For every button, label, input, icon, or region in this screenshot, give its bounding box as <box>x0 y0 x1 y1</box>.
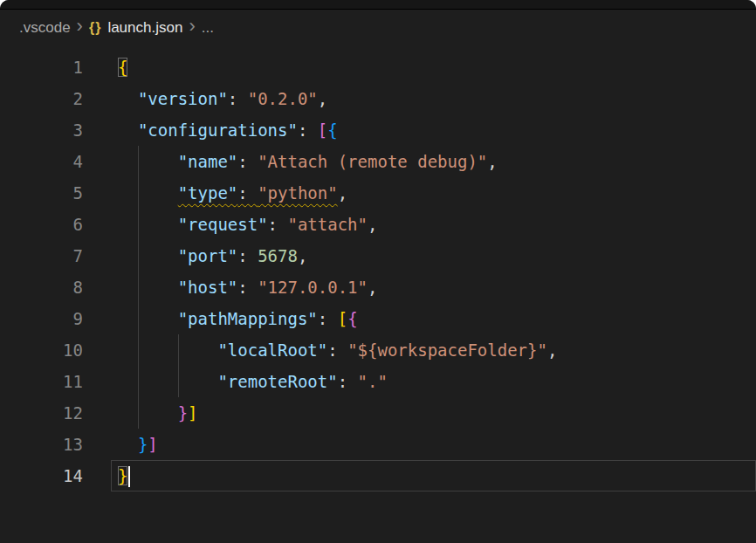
code-token: : <box>327 340 347 360</box>
code-content[interactable]: "host": "127.0.0.1", <box>111 272 756 303</box>
indent-guide <box>138 177 139 209</box>
code-content[interactable]: "port": 5678, <box>111 240 756 272</box>
code-token: { <box>118 58 127 77</box>
code-token: "type" <box>178 183 238 203</box>
editor[interactable]: 1{2 "version": "0.2.0",3 "configurations… <box>0 46 756 491</box>
code-token <box>118 435 138 454</box>
line-number[interactable]: 8 <box>0 272 83 303</box>
line-number[interactable]: 6 <box>0 209 83 240</box>
code-line[interactable]: 4 "name": "Attach (remote debug)", <box>0 146 756 177</box>
line-number[interactable]: 1 <box>0 52 83 83</box>
code-token: , <box>338 183 347 203</box>
line-number[interactable]: 12 <box>0 397 83 429</box>
gutter-gap <box>83 52 111 83</box>
code-token: "remoteRoot" <box>217 372 337 391</box>
line-number[interactable]: 11 <box>0 366 83 397</box>
gutter-gap <box>83 366 111 397</box>
code-token: "version" <box>138 89 228 108</box>
code-token: : <box>237 278 258 297</box>
gutter-gap <box>83 177 111 209</box>
line-number[interactable]: 4 <box>0 146 83 177</box>
code-line[interactable]: 9 "pathMappings": [{ <box>0 303 756 334</box>
code-content[interactable]: "remoteRoot": "." <box>111 366 756 397</box>
indent-guide <box>138 240 139 272</box>
code-content[interactable]: }] <box>111 429 756 460</box>
code-token: : <box>298 120 318 140</box>
window-top-strip <box>0 0 756 10</box>
code-line[interactable]: 2 "version": "0.2.0", <box>0 83 756 114</box>
code-token: , <box>318 89 327 108</box>
code-line[interactable]: 7 "port": 5678, <box>0 240 756 272</box>
gutter-gap <box>83 209 111 240</box>
code-content[interactable]: "localRoot": "${workspaceFolder}", <box>111 334 756 366</box>
code-token: "name" <box>178 152 238 171</box>
code-token <box>118 246 178 265</box>
code-area[interactable]: 1{2 "version": "0.2.0",3 "configurations… <box>0 52 756 491</box>
breadcrumb-symbol-path[interactable]: ... <box>202 19 214 37</box>
code-content[interactable]: } <box>111 460 756 491</box>
code-token: , <box>298 246 307 265</box>
gutter-gap <box>83 429 111 460</box>
breadcrumb-file[interactable]: {} launch.json <box>89 19 182 37</box>
code-token: } <box>118 466 127 485</box>
code-token: : <box>318 309 338 328</box>
code-content[interactable]: }] <box>111 397 756 429</box>
code-content[interactable]: { <box>111 52 756 83</box>
text-cursor <box>128 466 130 487</box>
line-number[interactable]: 2 <box>0 83 83 114</box>
vscode-editor-window: .vscode › {} launch.json › ... 1{2 "vers… <box>0 0 756 543</box>
line-number[interactable]: 14 <box>0 460 83 491</box>
code-line[interactable]: 3 "configurations": [{ <box>0 114 756 146</box>
code-token: "python" <box>258 183 338 203</box>
code-token: : <box>268 215 288 234</box>
code-token <box>118 183 178 203</box>
code-token: "port" <box>178 246 238 265</box>
indent-guide <box>138 272 139 303</box>
indent-guide <box>178 366 179 397</box>
code-content[interactable]: "name": "Attach (remote debug)", <box>111 146 756 177</box>
gutter-gap <box>83 272 111 303</box>
code-line[interactable]: 10 "localRoot": "${workspaceFolder}", <box>0 334 756 366</box>
code-content[interactable]: "pathMappings": [{ <box>111 303 756 334</box>
code-content[interactable]: "request": "attach", <box>111 209 756 240</box>
code-line[interactable]: 13 }] <box>0 429 756 460</box>
indent-guide <box>138 397 139 429</box>
line-number[interactable]: 5 <box>0 177 83 209</box>
code-token <box>118 152 178 171</box>
indent-guide <box>138 303 139 334</box>
code-line[interactable]: 12 }] <box>0 397 756 429</box>
code-token: "0.2.0" <box>248 89 318 108</box>
code-token: } <box>138 435 148 454</box>
line-number[interactable]: 10 <box>0 334 83 366</box>
code-token: "host" <box>178 278 238 297</box>
line-number[interactable]: 13 <box>0 429 83 460</box>
gutter-gap <box>83 83 111 114</box>
line-number[interactable]: 7 <box>0 240 83 272</box>
chevron-right-icon: › <box>77 17 83 36</box>
code-token: [ <box>338 309 347 328</box>
code-token: : <box>237 246 258 265</box>
code-line[interactable]: 14} <box>0 460 756 491</box>
code-token: "configurations" <box>138 120 298 140</box>
code-token: ] <box>188 403 197 423</box>
code-token <box>118 120 138 140</box>
code-content[interactable]: "configurations": [{ <box>111 114 756 146</box>
indent-guide <box>138 334 139 366</box>
code-line[interactable]: 6 "request": "attach", <box>0 209 756 240</box>
gutter-gap <box>83 240 111 272</box>
breadcrumb: .vscode › {} launch.json › ... <box>0 10 756 46</box>
code-line[interactable]: 1{ <box>0 52 756 83</box>
indent-guide <box>138 146 139 177</box>
breadcrumb-folder[interactable]: .vscode <box>19 19 71 37</box>
code-line[interactable]: 8 "host": "127.0.0.1", <box>0 272 756 303</box>
code-token: [ <box>318 120 327 140</box>
code-content[interactable]: "type": "python", <box>111 177 756 209</box>
code-token: "${workspaceFolder}" <box>347 340 547 360</box>
code-content[interactable]: "version": "0.2.0", <box>111 83 756 114</box>
line-number[interactable]: 9 <box>0 303 83 334</box>
code-token: , <box>487 152 497 171</box>
line-number[interactable]: 3 <box>0 114 83 146</box>
code-token <box>118 215 178 234</box>
code-line[interactable]: 5 "type": "python", <box>0 177 756 209</box>
code-line[interactable]: 11 "remoteRoot": "." <box>0 366 756 397</box>
